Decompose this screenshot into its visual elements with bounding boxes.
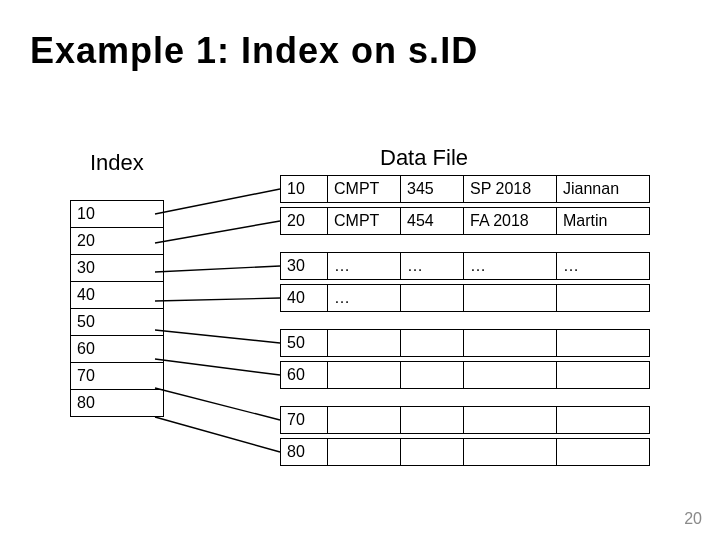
table-row: 30 — [71, 255, 164, 282]
data-row: 10 CMPT 345 SP 2018 Jiannan — [280, 175, 650, 203]
index-heading: Index — [90, 150, 144, 176]
data-cell — [464, 330, 557, 357]
data-cell — [401, 285, 464, 312]
data-cell — [464, 362, 557, 389]
data-cell: 10 — [281, 176, 328, 203]
slide-title: Example 1: Index on s.ID — [30, 30, 478, 72]
index-cell: 60 — [71, 336, 164, 363]
svg-line-6 — [155, 388, 280, 420]
svg-line-0 — [155, 189, 280, 214]
data-cell: 40 — [281, 285, 328, 312]
data-row: 20 CMPT 454 FA 2018 Martin — [280, 207, 650, 235]
data-cell: 20 — [281, 208, 328, 235]
svg-line-3 — [155, 298, 280, 301]
data-file-heading: Data File — [380, 145, 468, 171]
data-cell: … — [328, 253, 401, 280]
data-cell: Jiannan — [557, 176, 650, 203]
data-cell — [328, 439, 401, 466]
data-cell: 80 — [281, 439, 328, 466]
data-cell: … — [401, 253, 464, 280]
data-cell: Martin — [557, 208, 650, 235]
table-row: 80 — [71, 390, 164, 417]
data-cell — [328, 330, 401, 357]
data-cell: 70 — [281, 407, 328, 434]
data-cell: … — [557, 253, 650, 280]
data-row: 50 — [280, 329, 650, 357]
svg-line-1 — [155, 221, 280, 243]
svg-line-4 — [155, 330, 280, 343]
data-row: 60 — [280, 361, 650, 389]
data-row: 70 — [280, 406, 650, 434]
data-cell — [401, 330, 464, 357]
data-cell: … — [464, 253, 557, 280]
data-cell: CMPT — [328, 208, 401, 235]
table-row: 10 — [71, 201, 164, 228]
index-table: 10 20 30 40 50 60 70 80 — [70, 200, 164, 417]
data-cell — [464, 439, 557, 466]
data-cell — [401, 407, 464, 434]
index-cell: 20 — [71, 228, 164, 255]
index-cell: 10 — [71, 201, 164, 228]
svg-line-2 — [155, 266, 280, 272]
data-cell — [557, 362, 650, 389]
data-row: 40 … — [280, 284, 650, 312]
page-number: 20 — [684, 510, 702, 528]
data-cell — [401, 439, 464, 466]
data-cell: 60 — [281, 362, 328, 389]
data-cell — [557, 285, 650, 312]
data-cell: 345 — [401, 176, 464, 203]
data-cell: 50 — [281, 330, 328, 357]
data-cell: FA 2018 — [464, 208, 557, 235]
index-cell: 80 — [71, 390, 164, 417]
data-cell — [557, 407, 650, 434]
data-row: 30 … … … … — [280, 252, 650, 280]
data-cell — [464, 407, 557, 434]
data-cell: 454 — [401, 208, 464, 235]
svg-line-7 — [155, 417, 280, 452]
data-row: 80 — [280, 438, 650, 466]
table-row: 50 — [71, 309, 164, 336]
table-row: 20 — [71, 228, 164, 255]
svg-line-5 — [155, 359, 280, 375]
table-row: 60 — [71, 336, 164, 363]
data-cell — [557, 439, 650, 466]
table-row: 70 — [71, 363, 164, 390]
data-cell — [328, 407, 401, 434]
index-cell: 40 — [71, 282, 164, 309]
table-row: 40 — [71, 282, 164, 309]
data-cell — [328, 362, 401, 389]
data-cell — [401, 362, 464, 389]
data-cell: SP 2018 — [464, 176, 557, 203]
data-cell — [464, 285, 557, 312]
data-cell — [557, 330, 650, 357]
index-cell: 70 — [71, 363, 164, 390]
index-cell: 50 — [71, 309, 164, 336]
data-cell: … — [328, 285, 401, 312]
data-cell: CMPT — [328, 176, 401, 203]
index-cell: 30 — [71, 255, 164, 282]
data-cell: 30 — [281, 253, 328, 280]
